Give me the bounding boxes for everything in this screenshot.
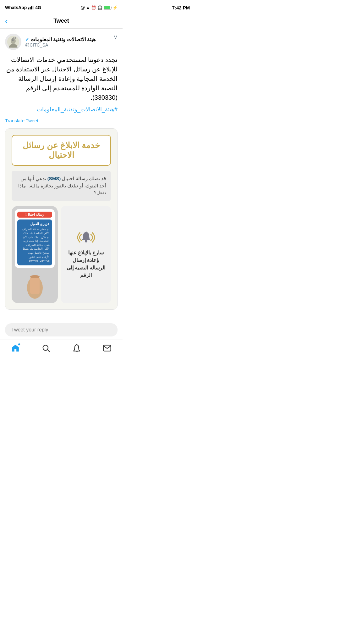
reply-bar [0, 320, 123, 340]
alarm-icon: ⏰ [91, 5, 96, 10]
phone-mockup: رسالة احتيال! عزيزي العميل تم حظر بطاقة … [12, 206, 58, 303]
svg-rect-9 [30, 277, 40, 294]
avatar[interactable] [5, 34, 21, 50]
tweet-hashtag[interactable]: #هيئة_الاتصالات_وتقنية_المعلومات [5, 106, 118, 113]
status-right: @ ▲ ⏰ 🎧 ⚡ [80, 5, 118, 10]
svg-rect-1 [30, 7, 31, 9]
account-handle[interactable]: @CITC_SA [25, 42, 96, 47]
reply-input[interactable] [5, 323, 118, 336]
app-name: WhatsApp [5, 5, 27, 10]
card-lower: رسالة احتيال! عزيزي العميل تم حظر بطاقة … [12, 206, 111, 303]
tweet-header: هيئة الاتصالات وتقنية المعلومات ✓ @CITC_… [5, 34, 118, 50]
card-title-area: خدمة الابلاغ عن رسائل الاحتيال [12, 135, 111, 166]
mail-icon [103, 344, 112, 353]
card-subtitle: قد تصلك رسالة احتيال (SMS) تدعي أنها من … [17, 175, 106, 197]
account-info: هيئة الاتصالات وتقنية المعلومات ✓ @CITC_… [25, 36, 96, 47]
tweet-card: خدمة الابلاغ عن رسائل الاحتيال قد تصلك ر… [5, 128, 118, 310]
svg-line-14 [48, 350, 50, 352]
status-left: WhatsApp 4G [5, 5, 41, 10]
tweet-body: نجدد دعوتنا لمستخدمي خدمات الاتصالات للإ… [5, 55, 118, 102]
avatar-image [7, 36, 19, 48]
messages-nav-button[interactable] [103, 344, 112, 353]
back-button[interactable]: ‹ [5, 16, 8, 26]
account-name-text: هيئة الاتصالات وتقنية المعلومات [30, 36, 96, 42]
status-bar: WhatsApp 4G 7:42 PM @ ▲ ⏰ 🎧 ⚡ [0, 0, 123, 14]
bell-nav-icon [72, 344, 81, 353]
translate-tweet-button[interactable]: Translate Tweet [5, 118, 118, 123]
svg-point-11 [85, 240, 87, 242]
bell-wrapper [75, 230, 97, 247]
bell-wave-icon [75, 230, 97, 245]
phone-msg-title: عزيزي العميل [20, 222, 50, 226]
location-icon: ▲ [86, 5, 90, 10]
at-icon: @ [80, 5, 85, 10]
svg-rect-0 [28, 8, 29, 9]
page-title: Tweet [53, 18, 69, 24]
notifications-nav-button[interactable] [72, 344, 81, 353]
nav-header: ‹ Tweet [0, 14, 123, 28]
home-nav-button[interactable] [11, 344, 20, 353]
card-image: خدمة الابلاغ عن رسائل الاحتيال قد تصلك ر… [5, 129, 117, 309]
report-area: سارع بالإبلاغ عنها بإعادة إرسال الرسالة … [61, 206, 111, 303]
svg-point-10 [30, 275, 40, 278]
network-type: 4G [35, 5, 41, 10]
report-text: سارع بالإبلاغ عنها بإعادة إرسال الرسالة … [66, 249, 106, 279]
hand-svg [24, 270, 46, 299]
tweet-header-left: هيئة الاتصالات وتقنية المعلومات ✓ @CITC_… [5, 34, 96, 50]
search-nav-button[interactable] [41, 344, 50, 353]
more-options-button[interactable]: ∨ [113, 34, 118, 41]
account-name[interactable]: هيئة الاتصالات وتقنية المعلومات ✓ [25, 36, 96, 42]
phone-message-box: عزيزي العميل تم حظر بطاقة الصراف الآلي ا… [17, 219, 52, 265]
svg-rect-3 [33, 6, 34, 9]
signal-icon [28, 6, 34, 9]
tweet-container: هيئة الاتصالات وتقنية المعلومات ✓ @CITC_… [0, 29, 123, 320]
battery-icon [104, 6, 111, 9]
search-icon [41, 344, 50, 353]
svg-rect-2 [31, 6, 32, 9]
phone-inner: رسالة احتيال! عزيزي العميل تم حظر بطاقة … [15, 209, 55, 268]
home-notification-dot [18, 343, 20, 346]
verified-badge: ✓ [25, 36, 29, 42]
headphone-icon: 🎧 [97, 5, 102, 10]
phone-msg-body: تم حظر بطاقة الصراف الآلي الخاصة بك. لأن… [20, 227, 50, 263]
bottom-nav [0, 340, 123, 359]
fraud-badge: رسالة احتيال! [17, 212, 52, 218]
hand-icon [24, 270, 46, 300]
card-title: خدمة الابلاغ عن رسائل الاحتيال [19, 141, 104, 160]
card-subtitle-area: قد تصلك رسالة احتيال (SMS) تدعي أنها من … [12, 171, 111, 201]
charging-icon: ⚡ [112, 5, 118, 10]
sms-highlight: (SMS) [47, 176, 61, 181]
